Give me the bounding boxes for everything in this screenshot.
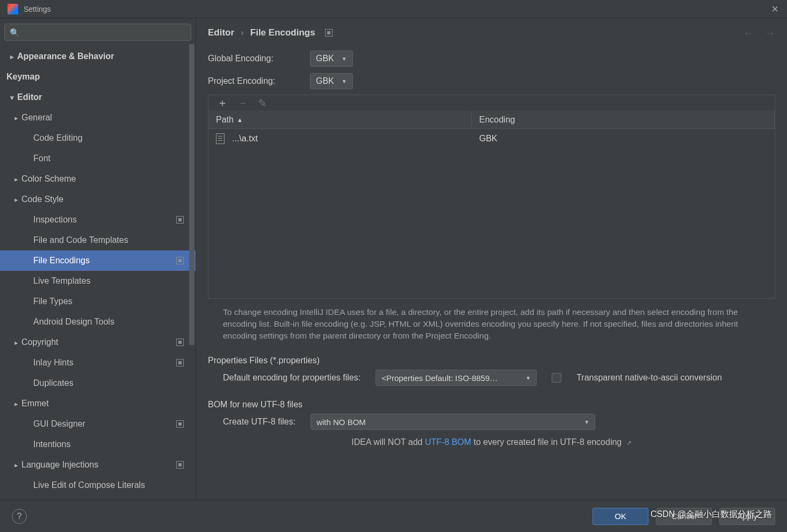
breadcrumb-current: File Encodings (250, 27, 315, 38)
cancel-button[interactable]: Cancel (656, 508, 712, 525)
app-icon (8, 4, 18, 15)
chevron-down-icon: ▼ (584, 419, 589, 425)
sort-asc-icon: ▲ (237, 117, 243, 123)
search-icon: 🔍 (10, 28, 20, 38)
tree-item-emmet[interactable]: ▸Emmet (0, 393, 196, 414)
tree-item-label: Code Style (21, 195, 63, 204)
scope-badge-icon (325, 29, 333, 37)
tree-item-code-editing[interactable]: Code Editing (0, 128, 196, 148)
add-button[interactable]: ＋ (217, 96, 228, 110)
main-panel: Editor › File Encodings ← → Global Encod… (196, 18, 787, 500)
tree-item-editor[interactable]: ▾Editor (0, 87, 196, 107)
props-default-label: Default encoding for properties files: (223, 373, 360, 383)
bom-note: IDEA will NOT add UTF-8 BOM to every cre… (208, 437, 775, 447)
tree-item-label: File Encodings (33, 256, 90, 265)
tree-item-file-types[interactable]: File Types (0, 291, 196, 312)
project-encoding-label: Project Encoding: (208, 76, 310, 86)
column-path[interactable]: Path▲ (208, 111, 472, 128)
project-encoding-dropdown[interactable]: GBK ▼ (310, 73, 353, 89)
tree-item-copyright[interactable]: ▸Copyright (0, 332, 196, 353)
tree-item-appearance-behavior[interactable]: ▸Appearance & Behavior (0, 46, 196, 67)
help-text: To change encoding IntelliJ IDEA uses fo… (223, 306, 755, 342)
breadcrumb-root[interactable]: Editor (208, 27, 234, 38)
global-encoding-label: Global Encoding: (208, 54, 310, 63)
scope-badge-icon (176, 339, 184, 346)
tree-item-code-style[interactable]: ▸Code Style (0, 189, 196, 210)
file-icon (216, 133, 225, 144)
edit-button[interactable]: ✎ (258, 97, 267, 110)
remove-button[interactable]: － (237, 96, 248, 110)
utf8-bom-link[interactable]: UTF-8 BOM (425, 437, 471, 447)
path-cell: ...\a.txt (232, 134, 258, 143)
tree-item-duplicates[interactable]: Duplicates (0, 373, 196, 393)
encoding-table: Path▲ Encoding ...\a.txtGBK (208, 111, 775, 299)
chevron-icon: ▸ (11, 339, 21, 347)
properties-section-title: Properties Files (*.properties) (208, 356, 775, 365)
tree-item-live-edit-of-compose-literals[interactable]: Live Edit of Compose Literals (0, 475, 196, 495)
tree-item-label: Language Injections (21, 460, 98, 470)
tree-item-general[interactable]: ▸General (0, 107, 196, 128)
close-icon[interactable]: × (771, 2, 778, 16)
tree-item-label: Android Design Tools (33, 317, 114, 327)
tree-item-label: Font (33, 154, 50, 163)
encoding-cell: GBK (479, 134, 497, 143)
chevron-icon: ▸ (11, 175, 21, 183)
tree-item-label: Color Scheme (21, 174, 76, 184)
tree-item-label: Code Editing (33, 133, 83, 143)
tree-item-keymap[interactable]: Keymap (0, 67, 196, 87)
tree-item-file-and-code-templates[interactable]: File and Code Templates (0, 230, 196, 250)
breadcrumb: Editor › File Encodings ← → (196, 18, 787, 47)
props-default-dropdown[interactable]: <Properties Default: ISO-8859… ▼ (376, 370, 537, 386)
tree-item-android-design-tools[interactable]: Android Design Tools (0, 312, 196, 332)
chevron-down-icon: ▼ (525, 375, 531, 381)
chevron-icon: ▸ (11, 400, 21, 408)
tree-item-label: Editor (17, 92, 42, 102)
tree-item-inspections[interactable]: Inspections (0, 210, 196, 230)
tree-item-inlay-hints[interactable]: Inlay Hints (0, 353, 196, 373)
window-title: Settings (24, 5, 51, 13)
tree-item-label: Live Templates (33, 276, 90, 286)
tree-item-label: Intentions (33, 440, 70, 449)
tree-item-label: GUI Designer (33, 419, 85, 429)
chevron-down-icon: ▼ (342, 78, 347, 84)
tree-item-gui-designer[interactable]: GUI Designer (0, 414, 196, 434)
tree-item-label: Emmet (21, 399, 49, 408)
chevron-down-icon: ▼ (342, 56, 347, 62)
tree-item-label: Inlay Hints (33, 358, 74, 368)
chevron-icon: ▸ (11, 114, 21, 122)
tree-item-label: General (21, 113, 52, 123)
chevron-right-icon: › (241, 27, 244, 38)
tree-item-label: File and Code Templates (33, 235, 128, 245)
scope-badge-icon (176, 461, 184, 469)
global-encoding-dropdown[interactable]: GBK ▼ (310, 51, 353, 67)
chevron-icon: ▸ (11, 196, 21, 204)
tree-item-label: File Types (33, 297, 73, 306)
nav-back-icon[interactable]: ← (743, 27, 754, 39)
tree-item-intentions[interactable]: Intentions (0, 434, 196, 455)
ok-button[interactable]: OK (593, 508, 648, 525)
tree-item-label: Appearance & Behavior (17, 52, 114, 61)
tree-item-font[interactable]: Font (0, 148, 196, 169)
scope-badge-icon (176, 359, 184, 366)
sidebar-scrollbar[interactable] (188, 44, 196, 500)
tree-item-label: Inspections (33, 215, 77, 225)
external-link-icon: ↗ (626, 439, 632, 447)
chevron-icon: ▸ (6, 53, 17, 61)
nav-forward-icon[interactable]: → (764, 27, 775, 39)
tree-item-language-injections[interactable]: ▸Language Injections (0, 455, 196, 475)
tree-item-color-scheme[interactable]: ▸Color Scheme (0, 169, 196, 189)
scope-badge-icon (176, 216, 184, 224)
table-row[interactable]: ...\a.txtGBK (208, 129, 775, 148)
transparent-ascii-checkbox[interactable] (552, 373, 561, 383)
bom-create-label: Create UTF-8 files: (223, 417, 295, 427)
tree-item-live-templates[interactable]: Live Templates (0, 271, 196, 291)
search-input[interactable] (4, 24, 191, 41)
apply-button[interactable]: Apply (719, 508, 775, 525)
footer: ? OK Cancel Apply (0, 500, 787, 532)
help-button[interactable]: ? (12, 509, 27, 524)
bom-create-dropdown[interactable]: with NO BOM ▼ (311, 414, 595, 430)
sidebar: 🔍 ▸Appearance & BehaviorKeymap▾Editor▸Ge… (0, 18, 196, 500)
chevron-icon: ▸ (11, 461, 21, 469)
column-encoding[interactable]: Encoding (472, 111, 775, 128)
tree-item-file-encodings[interactable]: File Encodings (0, 250, 196, 271)
